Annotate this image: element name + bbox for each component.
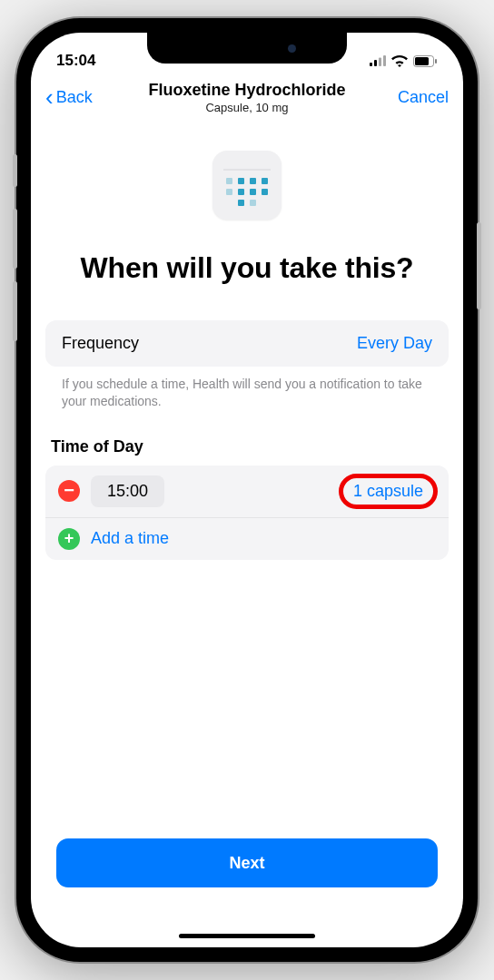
side-button-silent — [13, 154, 17, 187]
remove-time-button[interactable]: − — [58, 480, 80, 502]
nav-bar: ‹ Back Fluoxetine Hydrochloride Capsule,… — [31, 78, 463, 118]
schedule-hint: If you schedule a time, Health will send… — [45, 367, 449, 410]
dose-button[interactable]: 1 capsule — [341, 476, 436, 506]
next-label: Next — [229, 854, 264, 873]
content: When will you take this? Frequency Every… — [31, 118, 463, 947]
cellular-icon — [370, 55, 386, 66]
dose-label: 1 capsule — [353, 482, 423, 500]
next-button[interactable]: Next — [56, 838, 438, 887]
side-button-volume-up — [13, 209, 17, 269]
back-button[interactable]: ‹ Back — [45, 85, 93, 109]
svg-rect-3 — [383, 55, 386, 66]
phone-frame: 15:04 ‹ Back Fluoxetine Hydrochloride — [16, 18, 478, 962]
question-heading: When will you take this? — [45, 250, 449, 286]
svg-rect-2 — [379, 58, 381, 67]
frequency-value: Every Day — [357, 334, 432, 353]
time-picker[interactable]: 15:00 — [91, 475, 164, 507]
add-time-row[interactable]: + Add a time — [45, 517, 449, 560]
time-entry-row: − 15:00 1 capsule — [45, 466, 449, 517]
screen: 15:04 ‹ Back Fluoxetine Hydrochloride — [31, 33, 463, 947]
svg-rect-0 — [370, 63, 372, 66]
wifi-icon — [391, 55, 408, 67]
notch — [147, 33, 347, 64]
svg-rect-1 — [374, 60, 377, 66]
battery-icon — [413, 55, 438, 67]
add-time-label: Add a time — [91, 529, 169, 548]
side-button-power — [477, 222, 481, 309]
time-list: − 15:00 1 capsule + Add a time — [45, 466, 449, 560]
calendar-icon — [212, 151, 282, 220]
svg-rect-6 — [435, 59, 437, 64]
cancel-button[interactable]: Cancel — [398, 88, 449, 107]
home-indicator[interactable] — [179, 934, 315, 938]
front-camera — [288, 44, 296, 53]
back-label: Back — [56, 88, 93, 107]
chevron-left-icon: ‹ — [45, 85, 54, 109]
plus-icon: + — [58, 528, 80, 550]
time-of-day-heading: Time of Day — [51, 437, 449, 456]
status-time: 15:04 — [56, 52, 95, 70]
side-button-volume-down — [13, 281, 17, 341]
frequency-label: Frequency — [62, 334, 139, 353]
frequency-row[interactable]: Frequency Every Day — [45, 320, 449, 367]
svg-rect-5 — [415, 57, 429, 65]
